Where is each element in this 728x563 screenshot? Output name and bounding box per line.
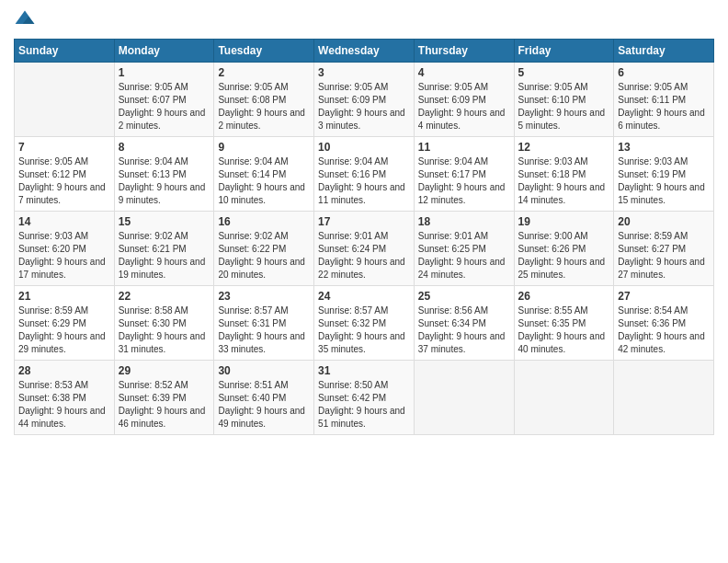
day-number: 23	[218, 290, 310, 303]
day-number: 21	[18, 290, 110, 303]
sunset-text: Sunset: 6:22 PM	[218, 243, 310, 256]
daylight-text: Daylight: 9 hours and 25 minutes.	[518, 256, 610, 282]
sunset-text: Sunset: 6:09 PM	[418, 94, 510, 107]
sunrise-text: Sunrise: 8:53 AM	[18, 379, 110, 392]
day-info: Sunrise: 8:59 AM Sunset: 6:29 PM Dayligh…	[18, 304, 110, 356]
sunrise-text: Sunrise: 9:01 AM	[318, 230, 410, 243]
sunrise-text: Sunrise: 9:00 AM	[518, 230, 610, 243]
day-info: Sunrise: 9:04 AM Sunset: 6:14 PM Dayligh…	[218, 155, 310, 207]
day-info: Sunrise: 9:04 AM Sunset: 6:17 PM Dayligh…	[418, 155, 510, 207]
daylight-text: Daylight: 9 hours and 44 minutes.	[18, 405, 110, 431]
day-info: Sunrise: 9:03 AM Sunset: 6:20 PM Dayligh…	[18, 230, 110, 282]
weekday-header: Monday	[114, 40, 214, 63]
day-info: Sunrise: 9:05 AM Sunset: 6:10 PM Dayligh…	[518, 81, 610, 132]
day-info: Sunrise: 8:58 AM Sunset: 6:30 PM Dayligh…	[119, 304, 210, 356]
day-info: Sunrise: 8:54 AM Sunset: 6:36 PM Dayligh…	[618, 304, 710, 356]
daylight-text: Daylight: 9 hours and 35 minutes.	[318, 330, 410, 356]
calendar-cell: 31 Sunrise: 8:50 AM Sunset: 6:42 PM Dayl…	[314, 361, 415, 435]
day-number: 15	[119, 215, 210, 228]
calendar-cell: 25 Sunrise: 8:56 AM Sunset: 6:34 PM Dayl…	[414, 286, 514, 361]
daylight-text: Daylight: 9 hours and 22 minutes.	[318, 256, 410, 282]
calendar-cell: 24 Sunrise: 8:57 AM Sunset: 6:32 PM Dayl…	[314, 286, 415, 361]
day-info: Sunrise: 9:05 AM Sunset: 6:09 PM Dayligh…	[418, 81, 510, 132]
day-number: 4	[418, 66, 510, 79]
daylight-text: Daylight: 9 hours and 9 minutes.	[119, 181, 210, 207]
calendar-cell: 30 Sunrise: 8:51 AM Sunset: 6:40 PM Dayl…	[214, 361, 314, 435]
day-number: 3	[318, 66, 410, 79]
calendar-cell: 23 Sunrise: 8:57 AM Sunset: 6:31 PM Dayl…	[214, 286, 314, 361]
logo-icon	[14, 9, 36, 31]
day-number: 19	[518, 215, 610, 228]
day-info: Sunrise: 9:01 AM Sunset: 6:24 PM Dayligh…	[318, 230, 410, 282]
sunset-text: Sunset: 6:34 PM	[418, 317, 510, 330]
calendar-cell: 1 Sunrise: 9:05 AM Sunset: 6:07 PM Dayli…	[114, 63, 214, 137]
day-number: 13	[618, 141, 710, 154]
day-info: Sunrise: 9:05 AM Sunset: 6:07 PM Dayligh…	[119, 81, 210, 132]
day-info: Sunrise: 8:50 AM Sunset: 6:42 PM Dayligh…	[318, 379, 410, 431]
main-container: SundayMondayTuesdayWednesdayThursdayFrid…	[0, 0, 728, 563]
calendar-cell: 14 Sunrise: 9:03 AM Sunset: 6:20 PM Dayl…	[15, 212, 115, 286]
day-info: Sunrise: 9:02 AM Sunset: 6:22 PM Dayligh…	[218, 230, 310, 282]
day-number: 27	[618, 290, 710, 303]
logo	[14, 9, 40, 31]
weekday-header: Thursday	[414, 40, 514, 63]
sunset-text: Sunset: 6:35 PM	[518, 317, 610, 330]
day-info: Sunrise: 8:51 AM Sunset: 6:40 PM Dayligh…	[218, 379, 310, 431]
sunrise-text: Sunrise: 9:04 AM	[418, 155, 510, 168]
sunrise-text: Sunrise: 9:04 AM	[119, 155, 210, 168]
calendar-week-row: 1 Sunrise: 9:05 AM Sunset: 6:07 PM Dayli…	[15, 63, 714, 137]
sunrise-text: Sunrise: 9:04 AM	[218, 155, 310, 168]
day-info: Sunrise: 8:53 AM Sunset: 6:38 PM Dayligh…	[18, 379, 110, 431]
day-info: Sunrise: 9:03 AM Sunset: 6:18 PM Dayligh…	[518, 155, 610, 207]
daylight-text: Daylight: 9 hours and 6 minutes.	[618, 107, 710, 132]
day-number: 28	[18, 364, 110, 377]
day-number: 16	[218, 215, 310, 228]
daylight-text: Daylight: 9 hours and 5 minutes.	[518, 107, 610, 132]
day-info: Sunrise: 8:57 AM Sunset: 6:32 PM Dayligh…	[318, 304, 410, 356]
daylight-text: Daylight: 9 hours and 27 minutes.	[618, 256, 710, 282]
daylight-text: Daylight: 9 hours and 51 minutes.	[318, 405, 410, 431]
sunrise-text: Sunrise: 8:50 AM	[318, 379, 410, 392]
calendar-body: 1 Sunrise: 9:05 AM Sunset: 6:07 PM Dayli…	[15, 63, 714, 435]
day-info: Sunrise: 9:05 AM Sunset: 6:12 PM Dayligh…	[18, 155, 110, 207]
daylight-text: Daylight: 9 hours and 46 minutes.	[119, 405, 210, 431]
sunset-text: Sunset: 6:13 PM	[119, 168, 210, 181]
calendar-table: SundayMondayTuesdayWednesdayThursdayFrid…	[14, 39, 714, 435]
day-number: 24	[318, 290, 410, 303]
day-info: Sunrise: 9:01 AM Sunset: 6:25 PM Dayligh…	[418, 230, 510, 282]
calendar-cell	[414, 361, 514, 435]
day-info: Sunrise: 8:56 AM Sunset: 6:34 PM Dayligh…	[418, 304, 510, 356]
daylight-text: Daylight: 9 hours and 15 minutes.	[618, 181, 710, 207]
day-number: 30	[218, 364, 310, 377]
sunset-text: Sunset: 6:11 PM	[618, 94, 710, 107]
sunset-text: Sunset: 6:17 PM	[418, 168, 510, 181]
day-number: 5	[518, 66, 610, 79]
daylight-text: Daylight: 9 hours and 10 minutes.	[218, 181, 310, 207]
day-number: 18	[418, 215, 510, 228]
day-info: Sunrise: 8:57 AM Sunset: 6:31 PM Dayligh…	[218, 304, 310, 356]
calendar-cell: 8 Sunrise: 9:04 AM Sunset: 6:13 PM Dayli…	[114, 137, 214, 212]
day-number: 8	[119, 141, 210, 154]
sunset-text: Sunset: 6:32 PM	[318, 317, 410, 330]
sunset-text: Sunset: 6:10 PM	[518, 94, 610, 107]
sunrise-text: Sunrise: 8:54 AM	[618, 304, 710, 317]
calendar-cell: 29 Sunrise: 8:52 AM Sunset: 6:39 PM Dayl…	[114, 361, 214, 435]
sunset-text: Sunset: 6:31 PM	[218, 317, 310, 330]
daylight-text: Daylight: 9 hours and 31 minutes.	[119, 330, 210, 356]
sunset-text: Sunset: 6:14 PM	[218, 168, 310, 181]
calendar-cell: 10 Sunrise: 9:04 AM Sunset: 6:16 PM Dayl…	[314, 137, 415, 212]
sunrise-text: Sunrise: 9:05 AM	[518, 81, 610, 94]
calendar-cell: 19 Sunrise: 9:00 AM Sunset: 6:26 PM Dayl…	[514, 212, 614, 286]
calendar-week-row: 28 Sunrise: 8:53 AM Sunset: 6:38 PM Dayl…	[15, 361, 714, 435]
sunset-text: Sunset: 6:07 PM	[119, 94, 210, 107]
calendar-cell: 3 Sunrise: 9:05 AM Sunset: 6:09 PM Dayli…	[314, 63, 415, 137]
daylight-text: Daylight: 9 hours and 14 minutes.	[518, 181, 610, 207]
daylight-text: Daylight: 9 hours and 19 minutes.	[119, 256, 210, 282]
calendar-cell	[614, 361, 714, 435]
calendar-week-row: 7 Sunrise: 9:05 AM Sunset: 6:12 PM Dayli…	[15, 137, 714, 212]
sunrise-text: Sunrise: 8:51 AM	[218, 379, 310, 392]
sunrise-text: Sunrise: 8:56 AM	[418, 304, 510, 317]
sunset-text: Sunset: 6:26 PM	[518, 243, 610, 256]
day-number: 9	[218, 141, 310, 154]
day-info: Sunrise: 9:05 AM Sunset: 6:09 PM Dayligh…	[318, 81, 410, 132]
